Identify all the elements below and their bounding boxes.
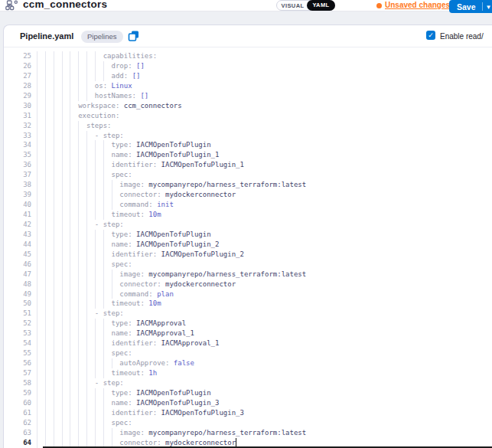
gutter-gap [31,230,37,240]
gutter-gap [31,408,37,418]
code-line[interactable]: 59type: IACMOpenTofuPlugin [4,388,492,398]
code-line[interactable]: 39connector: mydockerconnector [4,190,492,200]
line-number: 54 [4,338,31,348]
code-line[interactable]: 35name: IACMOpenTofuPlugin_1 [4,150,492,160]
gutter-gap [31,358,37,368]
line-number: 35 [4,150,31,160]
yaml-value: ccm_connectors [124,101,182,111]
yaml-key: hostNames: [95,91,141,101]
code-line[interactable]: 53name: IACMApproval_1 [4,329,492,338]
code-line[interactable]: 31execution: [4,111,492,121]
gutter-gap [31,289,37,299]
indent-guides [37,220,95,230]
toggle-yaml[interactable]: YAML [307,0,335,11]
yaml-value: [] [140,91,148,101]
code-editor[interactable]: 25capabilities:26drop: []27add: []28os: … [4,47,492,448]
code-line[interactable]: 62spec: [4,418,492,428]
code-line[interactable]: 27add: [] [4,71,492,81]
gutter-gap [31,160,37,170]
yaml-value: mycompanyrepo/harness_terraform:latest [148,270,306,280]
gutter-gap [31,150,37,160]
toggle-visual[interactable]: VISUAL [277,2,307,9]
code-line[interactable]: 63image: mycompanyrepo/harness_terraform… [4,428,492,438]
yaml-key: add: [112,71,132,81]
indent-guides [37,51,103,61]
yaml-key: spec: [112,260,132,270]
code-line[interactable]: 54identifier: IACMApproval_1 [4,338,492,348]
code-line[interactable]: 61identifier: IACMOpenTofuPlugin_3 [4,408,492,418]
line-number: 29 [4,91,31,101]
code-line[interactable]: 46spec: [4,260,492,270]
unsaved-dot-icon [376,3,382,8]
indent-guides [37,299,112,309]
code-line[interactable]: 48connector: mydockerconnector [4,280,492,289]
code-line[interactable]: 34type: IACMOpenTofuPlugin [4,140,492,150]
yaml-key: capabilities: [103,51,157,61]
line-number: 48 [4,280,31,289]
code-line[interactable]: 38image: mycompanyrepo/harness_terraform… [4,180,492,190]
line-number: 34 [4,140,31,150]
code-line[interactable]: 25capabilities: [4,51,492,61]
line-number: 37 [4,170,31,180]
unsaved-changes-link[interactable]: Unsaved changes [385,1,450,9]
code-line[interactable]: 47image: mycompanyrepo/harness_terraform… [4,270,492,280]
code-line[interactable]: 32steps: [4,121,492,131]
indent-guides [37,170,112,180]
line-number: 55 [4,348,31,358]
line-number: 28 [4,81,31,91]
yaml-value: IACMOpenTofuPlugin [136,140,211,150]
code-line[interactable]: 52type: IACMApproval [4,319,492,329]
code-line[interactable]: 58- step: [4,378,492,388]
indent-guides [37,140,112,150]
code-line[interactable]: 43type: IACMOpenTofuPlugin [4,230,492,240]
code-line[interactable]: 28os: Linux [4,81,492,91]
yaml-value: IACMOpenTofuPlugin [136,388,211,398]
gutter-gap [31,91,37,101]
pipelines-badge: Pipelines [81,31,123,43]
yaml-value: false [174,358,194,368]
yaml-value: IACMApproval [136,319,186,329]
indent-guides [37,121,86,131]
save-button[interactable]: Save ▼ [449,0,492,13]
code-line[interactable]: 40command: init [4,200,492,210]
code-line[interactable]: 60name: IACMOpenTofuPlugin_3 [4,398,492,408]
yaml-key: autoApprove: [119,358,173,368]
gutter-gap [31,81,37,91]
code-line[interactable]: 37spec: [4,170,492,180]
yaml-value: IACMApproval_1 [136,329,194,338]
save-button-label[interactable]: Save [449,2,482,11]
code-line[interactable]: 30workspace: ccm_connectors [4,101,492,111]
line-number: 39 [4,190,31,200]
line-number: 61 [4,408,31,418]
code-line[interactable]: 57timeout: 1h [4,368,492,378]
code-line[interactable]: 41timeout: 10m [4,210,492,220]
code-line[interactable]: 56autoApprove: false [4,358,492,368]
gutter-gap [31,140,37,150]
code-line[interactable]: 33- step: [4,131,492,141]
code-line[interactable]: 36identifier: IACMOpenTofuPlugin_1 [4,160,492,170]
gutter-gap [31,51,37,61]
code-line[interactable]: 50timeout: 10m [4,299,492,309]
code-line[interactable]: 42- step: [4,220,492,230]
code-line[interactable]: 49command: plan [4,289,492,299]
code-line[interactable]: 29hostNames: [] [4,91,492,101]
code-line[interactable]: 44name: IACMOpenTofuPlugin_2 [4,240,492,250]
line-number: 51 [4,309,31,319]
gutter-gap [31,210,37,220]
code-line[interactable]: 51- step: [4,309,492,319]
code-line[interactable]: 26drop: [] [4,61,492,71]
copy-icon[interactable] [128,30,140,42]
chevron-down-icon[interactable]: ▼ [483,3,492,11]
line-number: 36 [4,160,31,170]
code-line[interactable]: 55spec: [4,348,492,358]
gutter-gap [31,111,37,121]
indent-guides [37,101,78,111]
enable-readonly-checkbox[interactable]: ✓ [426,31,435,40]
indent-guides [37,240,112,250]
line-number: 62 [4,418,31,428]
line-number: 50 [4,299,31,309]
code-line[interactable]: 45identifier: IACMOpenTofuPlugin_2 [4,250,492,260]
indent-guides [37,358,119,368]
visual-yaml-toggle[interactable]: VISUAL YAML [276,0,335,11]
yaml-key: identifier: [112,338,161,348]
